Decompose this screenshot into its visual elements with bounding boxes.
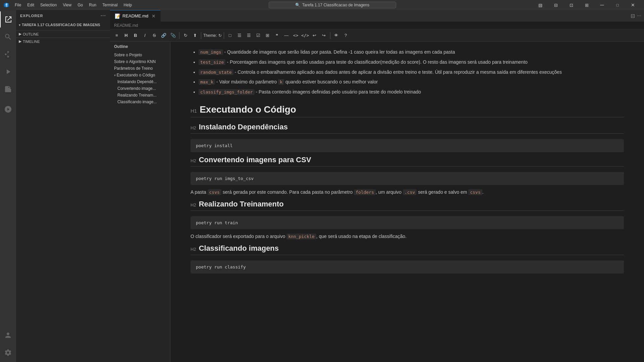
- file-tree: ▶ 📁 __pycache__ ▾ 📂 classify_imgs ▶ 📁 go…: [16, 27, 110, 30]
- code-classify-folder: classify_imgs_folder: [199, 89, 255, 95]
- more-actions-icon[interactable]: ···: [637, 13, 641, 19]
- activity-copilot[interactable]: [0, 101, 16, 117]
- outline-item-convertendo[interactable]: Convertendo image...: [110, 85, 170, 92]
- split-editor-icon[interactable]: ⊟: [631, 13, 635, 19]
- search-box[interactable]: 🔍 Tarefa 1.17 Classificacao de Imagens: [269, 2, 396, 8]
- toolbar-check-btn[interactable]: ☑: [254, 32, 262, 40]
- code-poetry-install-text: poetry install: [196, 143, 233, 148]
- inline-knn-pickle: knn_pickle: [286, 234, 316, 239]
- activity-search[interactable]: [0, 29, 16, 45]
- activity-settings[interactable]: [0, 345, 16, 361]
- menu-terminal[interactable]: Terminal: [100, 2, 120, 8]
- activity-run[interactable]: [0, 64, 16, 80]
- toolbar-upload-btn[interactable]: ⬆: [191, 32, 199, 40]
- h2-realizando-title: Realizando Treinamento: [199, 200, 284, 208]
- toolbar-hr-btn[interactable]: —: [282, 32, 290, 40]
- outline-item-sobre-projeto[interactable]: Sobre o Projeto: [110, 52, 170, 58]
- toolbar-reload-btn[interactable]: ↻: [181, 32, 190, 40]
- minimize-button[interactable]: ─: [594, 0, 610, 10]
- toolbar-sep-1: [179, 32, 179, 39]
- window-controls: ▤ ⊟ ⊡ ⊞ ─ □ ✕: [533, 0, 641, 10]
- toolbar-table-btn[interactable]: ⊞: [264, 32, 272, 40]
- activity-extensions[interactable]: [0, 81, 16, 97]
- menu-go[interactable]: Go: [75, 2, 86, 8]
- menu-selection[interactable]: Selection: [38, 2, 59, 8]
- toolbar-theme: Theme: ↻: [203, 33, 222, 38]
- list-item-max-k: max_k - Valor máximo do parâmetro k quan…: [199, 78, 624, 86]
- timeline-section-header[interactable]: ▶ TIMELINE: [16, 38, 110, 45]
- breadcrumb-file: README.md: [114, 23, 138, 28]
- project-chevron: ▾: [19, 23, 20, 27]
- menu-edit[interactable]: Edit: [24, 2, 37, 8]
- timeline-chevron: ▶: [19, 39, 21, 44]
- toolbar-help-btn[interactable]: ?: [342, 32, 350, 40]
- toolbar-codeblock-btn[interactable]: </>: [301, 32, 309, 40]
- tab-label: README.md: [122, 13, 148, 18]
- theme-icon[interactable]: ↻: [218, 33, 222, 38]
- layout-icon-2[interactable]: ⊟: [548, 0, 564, 10]
- outline-item-params[interactable]: Parâmetros de Treino: [110, 65, 170, 72]
- sidebar: Explorer ··· ▾ TAREFA 1.17 CLASSIFICACAO…: [16, 10, 110, 362]
- outline-item-realizando[interactable]: Realizando Treinam...: [110, 92, 170, 99]
- menu-help[interactable]: Help: [121, 2, 135, 8]
- toolbar-bold-btn[interactable]: B: [131, 32, 140, 40]
- outline-section-label: OUTLINE: [23, 32, 39, 36]
- activity-explorer[interactable]: [0, 11, 16, 27]
- h2-marker-2: H2: [191, 158, 196, 163]
- h2-convertendo-title: Convertendo imagens para CSV: [199, 156, 311, 164]
- h2-instalando: H2 Instalando Dependências: [191, 123, 624, 134]
- toolbar-attach-btn[interactable]: 📎: [169, 32, 177, 40]
- outline-section-header[interactable]: ▶ OUTLINE: [16, 31, 110, 38]
- code-random-state: random_state: [199, 69, 233, 75]
- tab-readme[interactable]: 📝 README.md ✕: [110, 10, 161, 22]
- code-poetry-run-classify-text: poetry run classify: [196, 264, 246, 269]
- para-classifier: O classificador será exportado para o ar…: [191, 233, 624, 241]
- toolbar-preview-btn[interactable]: □: [226, 32, 234, 40]
- toolbar-ul-btn[interactable]: ☰: [235, 32, 244, 40]
- toolbar-quote-btn[interactable]: ❝: [273, 32, 281, 40]
- outline-item-executando[interactable]: Executando o Código: [110, 72, 170, 78]
- close-button[interactable]: ✕: [625, 0, 641, 10]
- toolbar-preview-toggle[interactable]: 👁: [332, 32, 340, 40]
- toolbar-list-btn[interactable]: ≡: [113, 32, 121, 40]
- text-max-k-2: quando estiver buscando o seu melhor val…: [285, 79, 378, 84]
- activity-account[interactable]: [0, 327, 16, 343]
- timeline-section: ▶ TIMELINE: [16, 38, 110, 45]
- h2-classificando-title: Classificando imagens: [199, 244, 279, 253]
- explorer-title: Explorer: [20, 14, 43, 18]
- outline-panel: Outline Sobre o Projeto Sobre o Algoritm…: [110, 42, 170, 362]
- text-test-size: - Porcentagem das imagens que serão usad…: [227, 59, 527, 65]
- outline-section: ▶ OUTLINE: [16, 30, 110, 38]
- maximize-button[interactable]: □: [610, 0, 625, 10]
- outline-item-instalando[interactable]: Instalando Dependê...: [110, 78, 170, 85]
- layout-icon-4[interactable]: ⊞: [579, 0, 594, 10]
- toolbar-undo-btn[interactable]: ↩: [311, 32, 319, 40]
- menu-file[interactable]: File: [12, 2, 24, 8]
- h2-realizando: H2 Realizando Treinamento: [191, 200, 624, 211]
- toolbar-h-btn[interactable]: H: [122, 32, 130, 40]
- sidebar-header: Explorer ···: [16, 10, 110, 21]
- outline-item-sobre-knn[interactable]: Sobre o Algoritmo KNN: [110, 58, 170, 65]
- menu-run[interactable]: Run: [86, 2, 99, 8]
- project-tree-header[interactable]: ▾ TAREFA 1.17 CLASSIFICACAO DE IMAGENS: [16, 21, 110, 27]
- layout-icon-1[interactable]: ▤: [533, 0, 548, 10]
- toolbar-ol-btn[interactable]: ☰: [245, 32, 253, 40]
- code-poetry-run-train: poetry run train: [191, 216, 624, 229]
- toolbar-redo-btn[interactable]: ↪: [320, 32, 328, 40]
- toolbar-strike-btn[interactable]: S: [150, 32, 158, 40]
- md-preview: num_imgs - Quantidade de imagens que ser…: [170, 42, 644, 362]
- tab-close-button[interactable]: ✕: [152, 13, 156, 19]
- titlebar-search-area: 🔍 Tarefa 1.17 Classificacao de Imagens: [137, 2, 527, 8]
- menu-view[interactable]: View: [60, 2, 74, 8]
- activity-git[interactable]: [0, 46, 16, 62]
- h2-marker-4: H2: [191, 247, 196, 252]
- toolbar-link-btn[interactable]: 🔗: [160, 32, 168, 40]
- h1-executando-title: Executando o Código: [200, 104, 296, 115]
- inline-csvs-1: csvs: [208, 189, 221, 195]
- timeline-section-label: TIMELINE: [23, 40, 40, 44]
- toolbar-italic-btn[interactable]: I: [141, 32, 149, 40]
- toolbar-code-btn[interactable]: <>: [292, 32, 300, 40]
- sidebar-more-button[interactable]: ···: [101, 13, 106, 19]
- layout-icon-3[interactable]: ⊡: [564, 0, 579, 10]
- outline-item-classificando[interactable]: Classificando image...: [110, 99, 170, 105]
